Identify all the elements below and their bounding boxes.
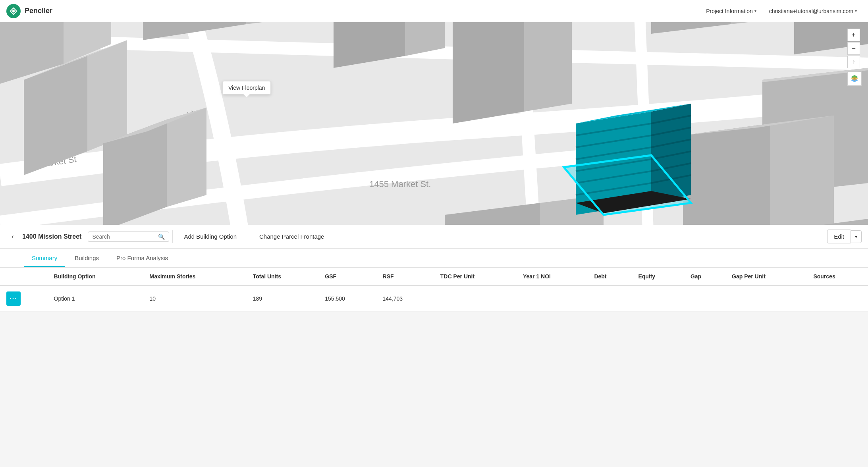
summary-table: Building Option Maximum Stories Total Un…	[0, 268, 868, 312]
cell-equity	[632, 286, 684, 312]
back-button[interactable]: ‹	[6, 230, 19, 243]
cell-gap	[684, 286, 725, 312]
edit-btn-group: Edit ▾	[827, 230, 862, 243]
col-tdc-per-unit: TDC Per Unit	[434, 268, 517, 286]
cell-building-option: Option 1	[48, 286, 143, 312]
edit-dropdown-button[interactable]: ▾	[851, 230, 862, 243]
svg-marker-38	[683, 124, 770, 225]
cell-total-units: 189	[247, 286, 319, 312]
toolbar: ‹ 1400 Mission Street 🔍 Add Building Opt…	[0, 225, 868, 249]
map-controls: + − ↑	[847, 29, 862, 86]
address-label: 1400 Mission Street	[22, 233, 81, 240]
svg-marker-20	[167, 108, 206, 207]
project-info-chevron-icon: ▾	[754, 9, 756, 13]
cell-gap-per-unit	[725, 286, 807, 312]
cell-debt	[588, 286, 632, 312]
col-sources: Sources	[807, 268, 868, 286]
logo-area: Penciler	[6, 4, 52, 18]
col-equity: Equity	[632, 268, 684, 286]
tab-summary[interactable]: Summary	[24, 250, 65, 267]
app-name: Penciler	[25, 7, 52, 15]
col-gap-per-unit: Gap Per Unit	[725, 268, 807, 286]
cell-gsf: 155,500	[318, 286, 376, 312]
map-area[interactable]: Market St Market St 11th St 1455 Market …	[0, 22, 868, 225]
zoom-in-button[interactable]: +	[847, 29, 860, 41]
map-svg: Market St Market St 11th St 1455 Market …	[0, 22, 868, 225]
col-maximum-stories: Maximum Stories	[143, 268, 246, 286]
tab-buildings[interactable]: Buildings	[67, 250, 107, 267]
project-info-button[interactable]: Project Information ▾	[701, 6, 761, 17]
col-gap: Gap	[684, 268, 725, 286]
layers-button[interactable]	[847, 71, 862, 86]
user-menu-chevron-icon: ▾	[855, 9, 857, 13]
svg-marker-46	[524, 22, 572, 112]
edit-button[interactable]: Edit	[827, 230, 851, 243]
zoom-out-button[interactable]: −	[847, 42, 860, 55]
col-rsf: RSF	[376, 268, 434, 286]
search-box: 🔍	[88, 232, 169, 242]
table-row: ···Option 110189155,500144,703	[0, 286, 868, 312]
add-building-button[interactable]: Add Building Option	[176, 230, 245, 243]
svg-point-1	[12, 10, 15, 12]
table-area: Building Option Maximum Stories Total Un…	[0, 268, 868, 312]
table-header: Building Option Maximum Stories Total Un…	[0, 268, 868, 286]
penciler-logo-icon	[6, 4, 21, 18]
col-action	[0, 268, 48, 286]
col-gsf: GSF	[318, 268, 376, 286]
header-right: Project Information ▾ christiana+tutoria…	[701, 6, 862, 17]
user-menu-button[interactable]: christiana+tutorial@urbansim.com ▾	[764, 6, 862, 17]
change-parcel-button[interactable]: Change Parcel Frontage	[251, 230, 332, 243]
col-total-units: Total Units	[247, 268, 319, 286]
compass-button[interactable]: ↑	[847, 56, 860, 68]
search-icon: 🔍	[158, 234, 165, 240]
table-body: ···Option 110189155,500144,703	[0, 286, 868, 312]
toolbar-divider-2	[248, 230, 248, 243]
svg-marker-39	[770, 116, 834, 225]
svg-marker-45	[453, 22, 524, 124]
cell-year1-noi	[517, 286, 588, 312]
row-action-cell[interactable]: ···	[0, 286, 48, 312]
tabs: Summary Buildings Pro Forma Analysis	[0, 249, 868, 268]
cell-sources	[807, 286, 868, 312]
svg-text:1455 Market St.: 1455 Market St.	[369, 179, 431, 189]
header: Penciler Project Information ▾ christian…	[0, 0, 868, 22]
layers-icon	[850, 74, 859, 83]
col-year1-noi: Year 1 NOI	[517, 268, 588, 286]
cell-tdc-per-unit	[434, 286, 517, 312]
search-input[interactable]	[92, 234, 156, 240]
toolbar-divider-1	[172, 230, 173, 243]
col-building-option: Building Option	[48, 268, 143, 286]
col-debt: Debt	[588, 268, 632, 286]
svg-marker-17	[87, 40, 127, 151]
view-floorplan-tooltip[interactable]: View Floorplan	[222, 81, 271, 95]
row-action-button[interactable]: ···	[6, 291, 21, 306]
cell-maximum-stories: 10	[143, 286, 246, 312]
cell-rsf: 144,703	[376, 286, 434, 312]
tab-pro-forma-analysis[interactable]: Pro Forma Analysis	[108, 250, 176, 267]
